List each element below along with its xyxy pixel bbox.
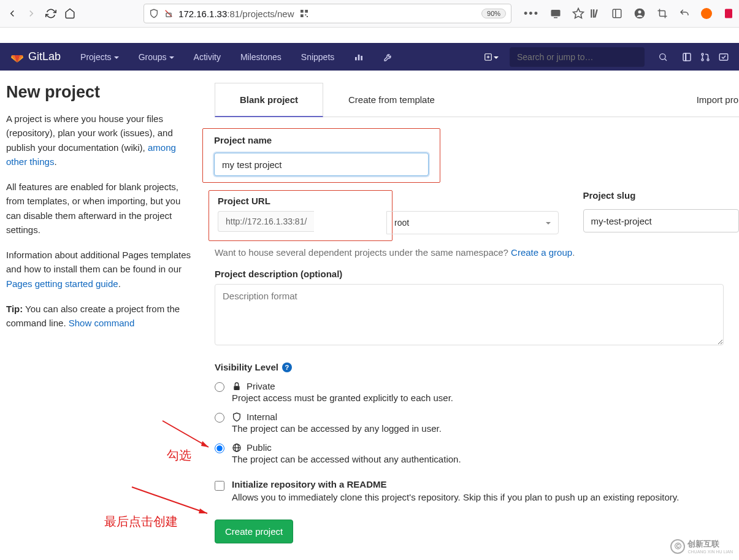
watermark-sub: CHUANG XIN HU LIAN: [687, 550, 733, 554]
main-content: Blank project Create from template Impor…: [215, 83, 739, 543]
nav-projects[interactable]: Projects: [73, 52, 126, 62]
forward-button[interactable]: [25, 4, 39, 23]
nav-plus-button[interactable]: [480, 50, 502, 64]
svg-rect-1: [301, 10, 304, 13]
project-url-base: http://172.16.1.33:81/: [218, 211, 314, 232]
plus-icon: [484, 53, 492, 61]
gitlab-logo[interactable]: GitLab: [10, 50, 61, 64]
private-desc: Project access must be granted explicitl…: [232, 393, 739, 403]
lock-slash-icon: [164, 9, 174, 18]
nav-wrench-icon[interactable]: [376, 52, 400, 62]
tanuki-icon: [10, 50, 25, 64]
private-title: Private: [247, 381, 275, 391]
nav-milestones[interactable]: Milestones: [233, 52, 289, 62]
svg-rect-25: [683, 53, 691, 61]
svg-point-28: [702, 59, 703, 61]
namespace-hint: Want to house several dependent projects…: [215, 247, 739, 258]
svg-rect-19: [361, 56, 363, 60]
svg-rect-11: [594, 9, 598, 18]
svg-rect-17: [355, 57, 357, 60]
search-input[interactable]: [510, 47, 645, 67]
readme-desc: Allows you to immediately clone this pro…: [232, 492, 679, 502]
monitor-icon[interactable]: [550, 8, 561, 19]
extension-icon[interactable]: [701, 8, 712, 19]
watermark-brand: 创新互联: [687, 539, 733, 550]
library-icon[interactable]: [589, 8, 600, 19]
help-icon[interactable]: ?: [282, 362, 292, 372]
sidebar: New project A project is where you house…: [6, 83, 215, 543]
project-slug-input[interactable]: [583, 209, 740, 232]
dots-icon[interactable]: •••: [524, 7, 539, 20]
namespace-select[interactable]: root: [386, 211, 559, 234]
qr-icon[interactable]: [299, 9, 309, 18]
svg-rect-10: [593, 9, 594, 18]
visibility-internal[interactable]: Internal The project can be accessed by …: [215, 412, 739, 434]
issues-icon[interactable]: [681, 52, 692, 63]
nav-snippets[interactable]: Snippets: [294, 52, 342, 62]
chevron-down-icon: [494, 52, 499, 62]
pages-guide-link[interactable]: Pages getting started guide: [6, 278, 118, 289]
shield-icon: [149, 9, 159, 18]
svg-rect-18: [358, 55, 360, 60]
svg-rect-26: [686, 53, 686, 61]
sidebar-desc-3: Information about additional Pages templ…: [6, 248, 196, 291]
tab-create-template[interactable]: Create from template: [323, 83, 460, 117]
nav-chart-icon[interactable]: [347, 52, 371, 62]
show-command-link[interactable]: Show command: [69, 318, 135, 328]
svg-rect-2: [305, 10, 308, 13]
sidebar-desc-2: All features are enabled for blank proje…: [6, 180, 196, 237]
namespace-value: root: [394, 218, 409, 228]
svg-point-27: [702, 53, 703, 55]
crop-icon[interactable]: [657, 8, 668, 19]
project-name-label: Project name: [214, 135, 429, 145]
chevron-down-icon: [114, 52, 119, 62]
undo-icon[interactable]: [679, 8, 690, 19]
lock-icon: [232, 382, 242, 391]
url-bar[interactable]: 172.16.1.33:81/projects/new 90%: [144, 4, 511, 23]
project-url-label: Project URL: [218, 196, 383, 206]
project-desc-input[interactable]: [215, 284, 724, 345]
todo-icon[interactable]: [718, 52, 729, 63]
radio-public[interactable]: [215, 443, 224, 453]
tab-blank-project[interactable]: Blank project: [215, 83, 323, 117]
gitlab-nav: GitLab Projects Groups Activity Mileston…: [0, 43, 739, 71]
globe-icon: [232, 443, 242, 453]
chevron-down-icon: [546, 218, 551, 228]
merge-request-icon[interactable]: [700, 52, 711, 63]
internal-title: Internal: [247, 412, 277, 422]
project-name-input[interactable]: [214, 153, 429, 176]
shield-icon: [232, 412, 242, 422]
readme-row[interactable]: Initialize repository with a README Allo…: [215, 479, 739, 502]
svg-rect-9: [591, 9, 592, 18]
star-icon[interactable]: [572, 7, 584, 20]
back-button[interactable]: [5, 4, 20, 23]
zoom-badge[interactable]: 90%: [481, 9, 506, 18]
search-button[interactable]: [652, 52, 674, 62]
create-group-link[interactable]: Create a group: [511, 247, 572, 258]
account-icon[interactable]: [634, 7, 646, 20]
internal-desc: The project can be accessed by any logge…: [232, 423, 739, 434]
svg-point-23: [660, 53, 665, 59]
svg-point-29: [707, 59, 709, 61]
radio-private[interactable]: [215, 382, 224, 392]
public-title: Public: [247, 442, 272, 453]
page-title: New project: [6, 83, 196, 102]
sidebar-icon[interactable]: [611, 8, 622, 19]
home-button[interactable]: [63, 4, 78, 23]
pdf-icon[interactable]: [723, 8, 734, 19]
visibility-private[interactable]: Private Project access must be granted e…: [215, 381, 739, 403]
visibility-public[interactable]: Public The project can be accessed witho…: [215, 442, 739, 464]
radio-internal[interactable]: [215, 413, 224, 423]
sidebar-desc-4: Tip: You can also create a project from …: [6, 302, 196, 331]
svg-rect-6: [551, 10, 560, 17]
create-project-button[interactable]: Create project: [215, 520, 293, 543]
tab-import-project[interactable]: Import pro: [672, 83, 739, 117]
nav-groups[interactable]: Groups: [131, 52, 182, 62]
nav-activity[interactable]: Activity: [186, 52, 228, 62]
public-desc: The project can be accessed without any …: [232, 454, 739, 464]
svg-point-15: [638, 10, 641, 13]
svg-rect-3: [301, 14, 304, 17]
readme-checkbox[interactable]: [215, 481, 224, 491]
watermark: Ⓒ 创新互联 CHUANG XIN HU LIAN: [670, 539, 733, 554]
reload-button[interactable]: [44, 4, 58, 23]
